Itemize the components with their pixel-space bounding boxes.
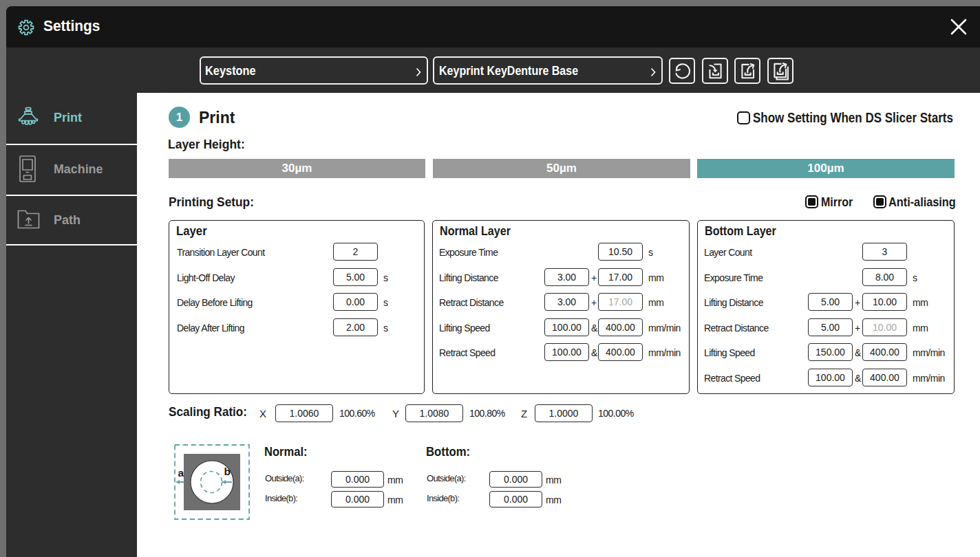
svg-text:b: b [224, 466, 231, 477]
svg-text:a: a [178, 467, 184, 479]
